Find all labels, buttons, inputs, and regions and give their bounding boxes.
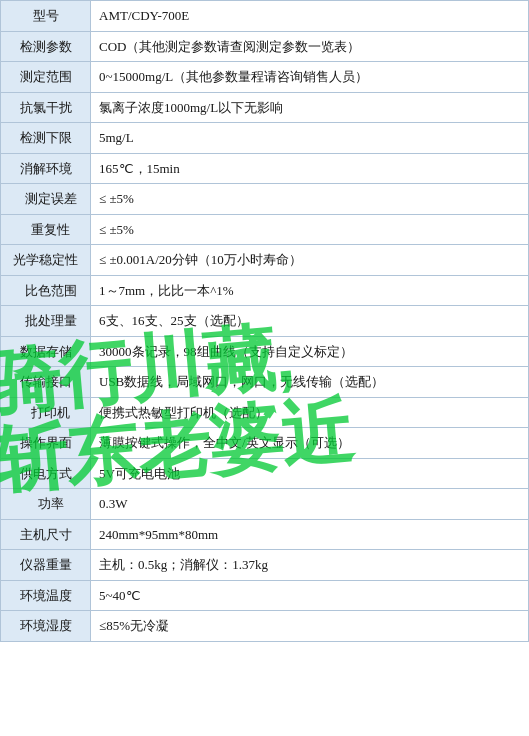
- row-label: 供电方式: [1, 458, 91, 489]
- row-value: 便携式热敏型打印机（选配）: [91, 397, 529, 428]
- table-row: 光学稳定性≤ ±0.001A/20分钟（10万小时寿命）: [1, 245, 529, 276]
- table-row: 数据存储30000条记录，98组曲线（支持自定义标定）: [1, 336, 529, 367]
- row-value: ≤85%无冷凝: [91, 611, 529, 642]
- table-row: 检测参数COD（其他测定参数请查阅测定参数一览表）: [1, 31, 529, 62]
- row-value: ≤ ±0.001A/20分钟（10万小时寿命）: [91, 245, 529, 276]
- spec-table: 型号AMT/CDY-700E检测参数COD（其他测定参数请查阅测定参数一览表）测…: [0, 0, 529, 642]
- row-label: 环境湿度: [1, 611, 91, 642]
- row-label: 环境温度: [1, 580, 91, 611]
- row-label: 测定误差: [1, 184, 91, 215]
- row-label: 光学稳定性: [1, 245, 91, 276]
- table-row: 重复性≤ ±5%: [1, 214, 529, 245]
- table-row: 测定误差≤ ±5%: [1, 184, 529, 215]
- table-row: 传输接口USB数据线，局域网口，网口，无线传输（选配）: [1, 367, 529, 398]
- row-label: 操作界面: [1, 428, 91, 459]
- row-value: 0~15000mg/L（其他参数量程请咨询销售人员）: [91, 62, 529, 93]
- row-label: 打印机: [1, 397, 91, 428]
- table-row: 操作界面薄膜按键式操作，全中文/英文显示（可选）: [1, 428, 529, 459]
- table-row: 环境温度5~40℃: [1, 580, 529, 611]
- table-row: 功率0.3W: [1, 489, 529, 520]
- table-row: 消解环境165℃，15min: [1, 153, 529, 184]
- row-value: AMT/CDY-700E: [91, 1, 529, 32]
- table-row: 批处理量6支、16支、25支（选配）: [1, 306, 529, 337]
- table-row: 供电方式5V可充电电池: [1, 458, 529, 489]
- row-value: 240mm*95mm*80mm: [91, 519, 529, 550]
- table-row: 打印机便携式热敏型打印机（选配）: [1, 397, 529, 428]
- row-label: 消解环境: [1, 153, 91, 184]
- row-value: USB数据线，局域网口，网口，无线传输（选配）: [91, 367, 529, 398]
- table-row: 检测下限5mg/L: [1, 123, 529, 154]
- table-row: 环境湿度≤85%无冷凝: [1, 611, 529, 642]
- row-value: ≤ ±5%: [91, 214, 529, 245]
- row-value: 主机：0.5kg；消解仪：1.37kg: [91, 550, 529, 581]
- row-label: 检测下限: [1, 123, 91, 154]
- table-row: 测定范围0~15000mg/L（其他参数量程请咨询销售人员）: [1, 62, 529, 93]
- row-value: 氯离子浓度1000mg/L以下无影响: [91, 92, 529, 123]
- row-label: 重复性: [1, 214, 91, 245]
- row-label: 比色范围: [1, 275, 91, 306]
- row-label: 数据存储: [1, 336, 91, 367]
- row-label: 检测参数: [1, 31, 91, 62]
- row-label: 抗氯干扰: [1, 92, 91, 123]
- row-label: 主机尺寸: [1, 519, 91, 550]
- table-row: 主机尺寸240mm*95mm*80mm: [1, 519, 529, 550]
- row-value: 5V可充电电池: [91, 458, 529, 489]
- row-label: 型号: [1, 1, 91, 32]
- table-row: 比色范围1～7mm，比比一本^1%: [1, 275, 529, 306]
- row-value: 1～7mm，比比一本^1%: [91, 275, 529, 306]
- row-value: 5~40℃: [91, 580, 529, 611]
- row-label: 仪器重量: [1, 550, 91, 581]
- row-label: 测定范围: [1, 62, 91, 93]
- row-value: COD（其他测定参数请查阅测定参数一览表）: [91, 31, 529, 62]
- row-value: ≤ ±5%: [91, 184, 529, 215]
- row-value: 30000条记录，98组曲线（支持自定义标定）: [91, 336, 529, 367]
- table-row: 仪器重量主机：0.5kg；消解仪：1.37kg: [1, 550, 529, 581]
- row-value: 165℃，15min: [91, 153, 529, 184]
- row-value: 薄膜按键式操作，全中文/英文显示（可选）: [91, 428, 529, 459]
- row-label: 传输接口: [1, 367, 91, 398]
- table-row: 型号AMT/CDY-700E: [1, 1, 529, 32]
- row-value: 0.3W: [91, 489, 529, 520]
- row-value: 5mg/L: [91, 123, 529, 154]
- row-value: 6支、16支、25支（选配）: [91, 306, 529, 337]
- row-label: 批处理量: [1, 306, 91, 337]
- row-label: 功率: [1, 489, 91, 520]
- table-row: 抗氯干扰氯离子浓度1000mg/L以下无影响: [1, 92, 529, 123]
